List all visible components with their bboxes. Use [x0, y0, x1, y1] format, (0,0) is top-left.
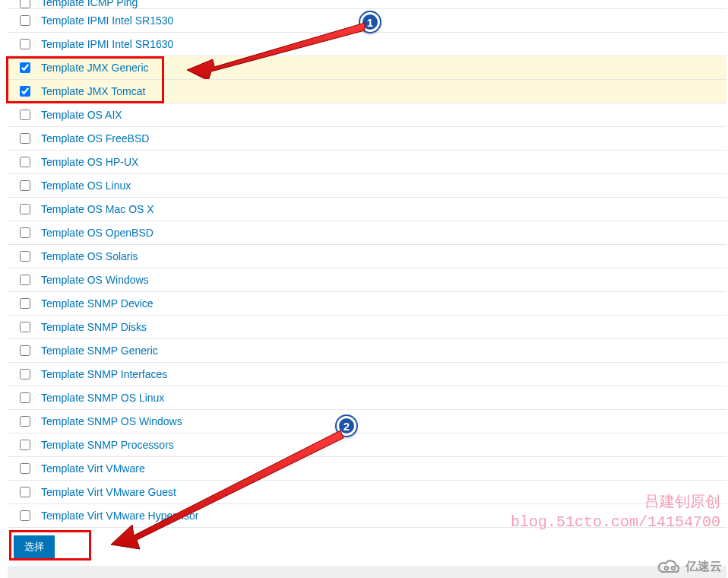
table-footer: 选择	[0, 528, 728, 566]
template-link[interactable]: Template SNMP Disks	[41, 321, 147, 333]
template-link[interactable]: Template OS Mac OS X	[41, 203, 154, 215]
label-cell: Template OS Solaris	[30, 250, 726, 262]
label-cell: Template JMX Tomcat	[30, 85, 726, 97]
template-link[interactable]: Template SNMP Interfaces	[41, 368, 167, 380]
row-checkbox[interactable]	[20, 62, 30, 73]
select-button[interactable]: 选择	[14, 535, 55, 558]
template-link[interactable]: Template OS OpenBSD	[41, 227, 154, 239]
table-row: Template OS OpenBSD	[8, 221, 726, 245]
template-link[interactable]: Template JMX Tomcat	[41, 85, 145, 97]
checkbox-cell	[8, 345, 30, 356]
row-checkbox[interactable]	[20, 392, 30, 403]
callout-badge-2: 2	[337, 416, 356, 436]
label-cell: Template JMX Generic	[30, 62, 726, 74]
row-checkbox[interactable]	[20, 86, 30, 97]
row-checkbox[interactable]	[20, 440, 30, 450]
table-row: Template JMX Tomcat	[8, 80, 726, 103]
row-checkbox[interactable]	[20, 15, 30, 26]
template-link[interactable]: Template JMX Generic	[41, 62, 149, 74]
table-row: Template SNMP OS Windows	[8, 410, 726, 434]
table-row: Template SNMP Disks	[8, 316, 726, 339]
template-link[interactable]: Template OS HP-UX	[41, 156, 138, 168]
label-cell: Template Virt VMware Hypervisor	[30, 510, 726, 522]
row-checkbox[interactable]	[20, 322, 30, 332]
label-cell: Template OS AIX	[30, 109, 726, 121]
table-row: Template SNMP Interfaces	[8, 363, 726, 386]
row-checkbox[interactable]	[20, 39, 30, 49]
checkbox-cell	[8, 251, 30, 262]
label-cell: Template SNMP Interfaces	[30, 368, 726, 380]
checkbox-cell	[8, 392, 30, 403]
row-checkbox[interactable]	[20, 298, 30, 309]
checkbox-cell	[8, 369, 30, 380]
table-row: Template OS Linux	[8, 174, 726, 198]
checkbox-cell	[8, 180, 30, 191]
template-link[interactable]: Template Virt VMware	[41, 462, 145, 475]
table-row: Template OS AIX	[8, 103, 726, 127]
checkbox-cell	[8, 227, 30, 238]
checkbox-cell	[8, 416, 30, 427]
table-row: Template SNMP OS Linux	[8, 386, 726, 410]
label-cell: Template OS OpenBSD	[30, 227, 726, 239]
template-link[interactable]: Template IPMI Intel SR1530	[41, 14, 173, 27]
table-row: Template ICMP Ping	[8, 0, 726, 9]
label-cell: Template SNMP OS Windows	[30, 415, 726, 427]
template-link[interactable]: Template IPMI Intel SR1630	[41, 38, 173, 50]
template-link[interactable]: Template Virt VMware Guest	[41, 486, 176, 498]
row-checkbox[interactable]	[20, 345, 30, 356]
table-row: Template IPMI Intel SR1630	[8, 33, 726, 56]
template-link[interactable]: Template SNMP OS Linux	[41, 392, 164, 404]
row-checkbox[interactable]	[20, 463, 30, 474]
row-checkbox[interactable]	[20, 0, 30, 8]
row-checkbox[interactable]	[20, 157, 30, 167]
template-link[interactable]: Template OS FreeBSD	[41, 132, 149, 144]
label-cell: Template ICMP Ping	[30, 0, 726, 8]
row-checkbox[interactable]	[20, 251, 30, 262]
row-checkbox[interactable]	[20, 133, 30, 144]
label-cell: Template SNMP Processors	[30, 439, 726, 451]
label-cell: Template OS HP-UX	[30, 156, 726, 168]
table-row: Template Virt VMware Guest	[8, 481, 726, 504]
checkbox-cell	[8, 463, 30, 474]
row-checkbox[interactable]	[20, 204, 30, 214]
row-checkbox[interactable]	[20, 227, 30, 238]
row-checkbox[interactable]	[20, 510, 30, 521]
template-link[interactable]: Template Virt VMware Hypervisor	[41, 510, 198, 522]
checkbox-cell	[8, 62, 30, 73]
checkbox-cell	[8, 15, 30, 26]
checkbox-cell	[8, 510, 30, 521]
row-checkbox[interactable]	[20, 110, 30, 120]
row-checkbox[interactable]	[20, 487, 30, 497]
table-row: Template OS HP-UX	[8, 151, 726, 174]
template-link[interactable]: Template SNMP Generic	[41, 345, 158, 357]
template-link[interactable]: Template OS Solaris	[41, 250, 138, 262]
checkbox-cell	[8, 0, 30, 8]
template-table: Template ICMP PingTemplate IPMI Intel SR…	[8, 0, 726, 528]
table-row: Template SNMP Device	[8, 292, 726, 316]
row-checkbox[interactable]	[20, 369, 30, 380]
checkbox-cell	[8, 204, 30, 214]
template-link[interactable]: Template OS Windows	[41, 274, 149, 286]
checkbox-cell	[8, 86, 30, 97]
table-row: Template SNMP Generic	[8, 339, 726, 363]
checkbox-cell	[8, 487, 30, 497]
table-row: Template OS Mac OS X	[8, 198, 726, 221]
template-link[interactable]: Template OS AIX	[41, 109, 122, 121]
template-link[interactable]: Template SNMP Device	[41, 297, 154, 310]
row-checkbox[interactable]	[20, 180, 30, 191]
template-link[interactable]: Template ICMP Ping	[41, 0, 138, 8]
row-checkbox[interactable]	[20, 275, 30, 285]
template-link[interactable]: Template SNMP Processors	[41, 439, 174, 451]
label-cell: Template Virt VMware Guest	[30, 486, 726, 498]
table-row: Template OS Windows	[8, 268, 726, 292]
label-cell: Template SNMP Device	[30, 297, 726, 310]
template-link[interactable]: Template OS Linux	[41, 179, 131, 192]
row-checkbox[interactable]	[20, 416, 30, 427]
template-link[interactable]: Template SNMP OS Windows	[41, 415, 182, 427]
table-row: Template JMX Generic	[8, 56, 726, 80]
checkbox-cell	[8, 298, 30, 309]
label-cell: Template OS Linux	[30, 179, 726, 192]
table-row: Template OS FreeBSD	[8, 127, 726, 151]
label-cell: Template Virt VMware	[30, 462, 726, 475]
label-cell: Template SNMP OS Linux	[30, 392, 726, 404]
